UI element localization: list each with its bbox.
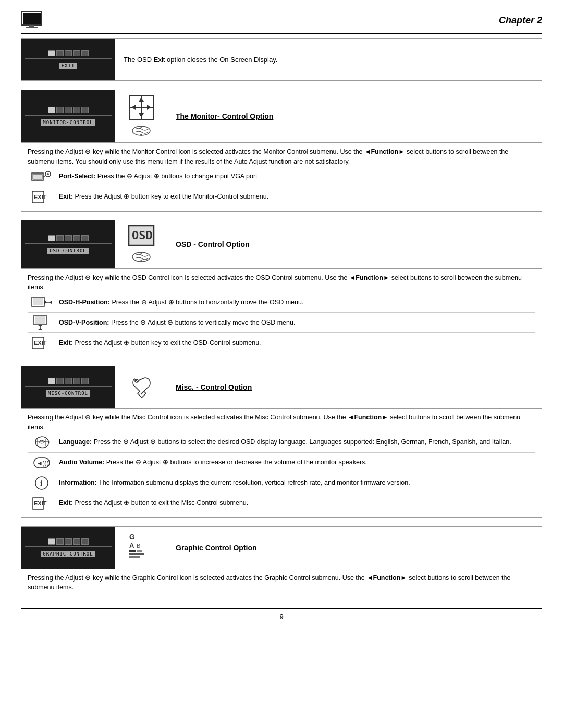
svg-point-13 [140, 134, 142, 136]
svg-point-12 [140, 126, 142, 128]
osd-top-icons [48, 50, 89, 56]
info-icon: i [29, 475, 55, 491]
exit-monitor-text: Exit: Press the Adjust ⊕ button key to e… [59, 192, 268, 202]
audio-text: Audio Volume: Press the ⊖ Adjust ⊕ butto… [59, 458, 367, 467]
svg-marker-34 [38, 325, 43, 327]
misc-sub-items: Language: Press the ⊖ Adjust ⊕ buttons t… [28, 433, 535, 513]
osd-top-icons-2 [48, 107, 89, 113]
osd-top-icons-5 [48, 538, 89, 545]
misc-osd-label: MISC-CONTROL [46, 390, 90, 397]
exit-misc-icon: EXIT [29, 496, 55, 511]
graphic-control-top: GRAPHIC-CONTROL G A B Graphic Control Op… [21, 527, 542, 569]
osd-body-text: Pressing the Adjust ⊕ key while the OSD … [28, 273, 535, 293]
osd-osd-screen: OSD-CONTROL [21, 220, 115, 268]
sub-item-language: Language: Press the ⊖ Adjust ⊕ buttons t… [28, 433, 535, 453]
function-bold-1: Function [371, 148, 398, 155]
svg-text:G: G [129, 533, 135, 541]
exit-section: EXIT The OSD Exit option closes the On S… [21, 38, 542, 81]
sub-item-osd-h: OSD-H-Position: Press the ⊖ Adjust ⊕ but… [28, 292, 535, 313]
graphic-osd-screen: GRAPHIC-CONTROL [21, 527, 115, 569]
misc-control-section: MISC-CONTROL Misc. - Control Option Pres… [21, 366, 542, 518]
svg-rect-2 [29, 25, 34, 27]
osd-big-icon-area: OSD [115, 220, 167, 268]
page-number: 9 [279, 613, 283, 621]
sub-item-info: i Information: The Information submenu d… [28, 473, 535, 493]
exit-monitor-icon: EXIT [29, 189, 55, 205]
svg-point-24 [140, 252, 142, 254]
scroll-decoration-icon [131, 125, 151, 138]
sub-item-exit-misc: EXIT Exit: Press the Adjust ⊕ button to … [28, 493, 535, 513]
osd-description: OSD - Control Option [167, 220, 542, 268]
audio-icon: ◄))) [29, 455, 55, 471]
svg-text:OSD: OSD [132, 229, 153, 242]
exit-osd-icon: EXIT [29, 335, 55, 351]
monitor-control-section: MONITOR-CONTROL [21, 90, 542, 212]
page-footer: 9 [21, 608, 542, 621]
exit-osd-label: EXIT [59, 63, 77, 69]
svg-text:◄))): ◄))) [36, 460, 49, 467]
misc-body: Pressing the Adjust ⊕ key while the Misc… [21, 409, 542, 517]
page-header: Chapter 2 [21, 10, 542, 34]
monitor-sub-items: Port-Select: Press the ⊖ Adjust ⊕ button… [28, 167, 535, 207]
graphic-osd-label: GRAPHIC-CONTROL [41, 551, 95, 557]
monitor-control-top: MONITOR-CONTROL [21, 90, 542, 143]
svg-text:A: A [129, 541, 134, 549]
osd-osd-label: OSD-CONTROL [47, 248, 89, 254]
svg-rect-53 [129, 553, 144, 555]
monitor-description: The Monitor- Control Option [167, 90, 542, 142]
misc-big-icon-area [115, 366, 167, 408]
osd-scroll-icon [131, 251, 151, 264]
osd-square-icon: OSD [128, 225, 155, 248]
language-text: Language: Press the ⊖ Adjust ⊕ buttons t… [59, 437, 511, 447]
misc-title: Misc. - Control Option [176, 383, 252, 391]
monitor-control-icon [128, 94, 154, 122]
graphic-big-icon-area: G A B [115, 527, 167, 569]
osd-title: OSD - Control Option [176, 240, 250, 249]
exit-osd-screen: EXIT [21, 39, 115, 80]
osd-body: Pressing the Adjust ⊕ key while the OSD … [21, 269, 542, 357]
svg-marker-35 [38, 328, 43, 330]
language-icon [29, 435, 55, 450]
osd-h-text: OSD-H-Position: Press the ⊖ Adjust ⊕ but… [59, 298, 303, 307]
svg-marker-7 [139, 97, 144, 102]
svg-rect-1 [23, 13, 41, 24]
misc-osd-screen: MISC-CONTROL [21, 366, 115, 408]
exit-section-top: EXIT The OSD Exit option closes the On S… [21, 39, 542, 81]
svg-text:EXIT: EXIT [34, 194, 47, 200]
svg-text:B: B [137, 542, 140, 549]
exit-osd-text: Exit: Press the Adjust ⊕ button key to e… [59, 338, 261, 348]
sub-item-port-select: Port-Select: Press the ⊖ Adjust ⊕ button… [28, 167, 535, 187]
graphic-control-section: GRAPHIC-CONTROL G A B Graphic Control Op… [21, 526, 542, 598]
function-bold-3: Function [354, 414, 382, 421]
sub-item-exit-monitor: EXIT Exit: Press the Adjust ⊕ button key… [28, 187, 535, 207]
svg-rect-3 [26, 27, 38, 28]
svg-rect-51 [129, 550, 136, 552]
svg-marker-10 [147, 105, 151, 110]
exit-description-text: The OSD Exit option closes the On Screen… [124, 56, 277, 64]
svg-rect-27 [33, 298, 43, 305]
svg-rect-15 [33, 174, 42, 179]
exit-description: The OSD Exit option closes the On Screen… [115, 39, 542, 80]
monitor-osd-screen: MONITOR-CONTROL [21, 90, 115, 142]
osd-v-text: OSD-V-Position: Press the ⊖ Adjust ⊕ but… [59, 318, 295, 328]
port-select-text: Port-Select: Press the ⊖ Adjust ⊕ button… [59, 171, 258, 181]
osd-h-icon [29, 294, 55, 310]
monitor-body-text: Pressing the Adjust ⊕ key while the Moni… [28, 147, 535, 167]
svg-text:i: i [40, 479, 42, 487]
monitor-osd-label: MONITOR-CONTROL [41, 119, 95, 126]
port-select-icon [29, 169, 55, 184]
svg-point-25 [140, 260, 142, 262]
sub-item-exit-osd: EXIT Exit: Press the Adjust ⊕ button key… [28, 333, 535, 353]
svg-marker-8 [139, 113, 144, 117]
osd-top-icons-4 [48, 378, 89, 384]
monitor-logo-icon [21, 10, 44, 31]
svg-text:EXIT: EXIT [34, 500, 47, 507]
monitor-title: The Monitor- Control Option [176, 112, 273, 120]
graphic-body-text: Pressing the Adjust ⊕ key while the Grap… [28, 573, 535, 593]
info-text: Information: The Information submenu dis… [59, 478, 410, 488]
monitor-body: Pressing the Adjust ⊕ key while the Moni… [21, 143, 542, 211]
svg-marker-9 [131, 105, 136, 110]
misc-control-top: MISC-CONTROL Misc. - Control Option [21, 366, 542, 409]
misc-body-text: Pressing the Adjust ⊕ key while the Misc… [28, 413, 535, 433]
monitor-big-icon-area [115, 90, 167, 142]
